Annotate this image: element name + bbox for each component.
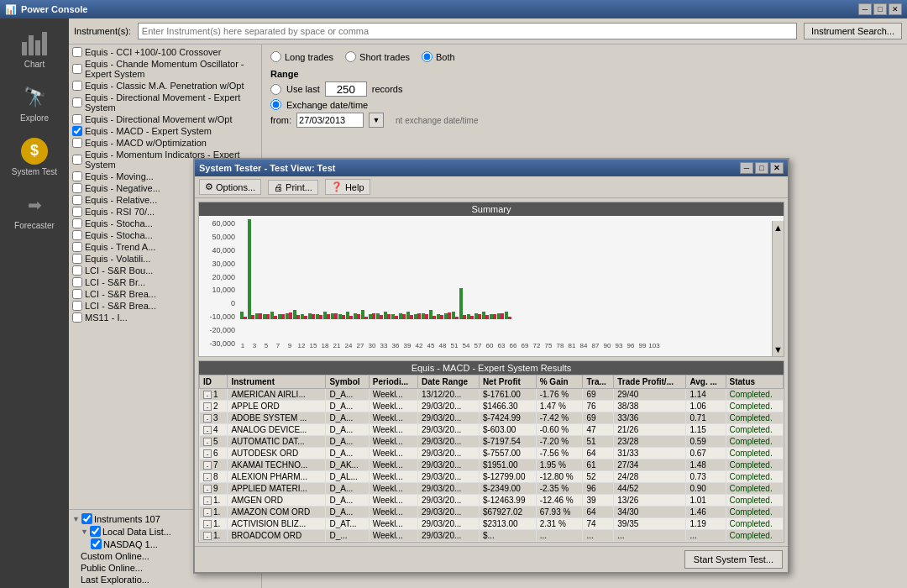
maximize-button[interactable]: □ (873, 3, 887, 15)
row-expand-icon[interactable]: - (203, 520, 212, 528)
row-expand-icon[interactable]: - (203, 438, 212, 446)
short-trades-radio[interactable] (345, 51, 356, 62)
tester-minimize-button[interactable]: ─ (740, 162, 753, 174)
long-trades-radio-group[interactable]: Long trades (270, 51, 333, 62)
system-checkbox[interactable] (72, 138, 82, 148)
x-axis-label: 78 (554, 342, 566, 349)
help-button[interactable]: ❓ Help (325, 179, 370, 195)
row-expand-icon[interactable]: - (203, 496, 212, 505)
table-row[interactable]: -8ALEXION PHARM...D_AL...Weekl...29/03/2… (200, 471, 784, 483)
bar-group (331, 313, 338, 319)
system-list-item[interactable]: Equis - CCI +100/-100 Crossover (69, 46, 261, 58)
tester-maximize-button[interactable]: □ (755, 162, 768, 174)
table-row[interactable]: -1.AMGEN ORDD_A...Weekl...29/03/20...$-1… (200, 495, 784, 507)
row-expand-icon[interactable]: - (203, 508, 212, 517)
bar-negative (334, 313, 338, 319)
sidebar-item-explore[interactable]: 🔭 Explore (5, 76, 64, 129)
system-checkbox[interactable] (72, 218, 82, 228)
system-checkbox[interactable] (72, 207, 82, 217)
system-checkbox[interactable] (72, 171, 82, 181)
sidebar-item-systemtest[interactable]: $ System Test (5, 130, 64, 182)
options-button[interactable]: ⚙ Options... (199, 179, 261, 195)
system-checkbox[interactable] (72, 265, 82, 276)
system-label: Equis - Directional Movement - Expert Sy… (85, 92, 258, 113)
chart-scrollbar[interactable]: ▲ ▼ (772, 221, 784, 356)
from-date-input[interactable] (296, 113, 364, 128)
system-list-item[interactable]: Equis - Chande Momentum Oscillator - Exp… (69, 58, 261, 80)
instrument-input[interactable] (138, 23, 797, 39)
system-checkbox[interactable] (72, 301, 82, 311)
table-cell: 29/03/20... (418, 401, 480, 412)
system-list-item[interactable]: Equis - Directional Movement - Expert Sy… (69, 92, 261, 113)
short-trades-radio-group[interactable]: Short trades (345, 51, 410, 62)
table-row[interactable]: -3ADOBE SYSTEM ...D_A...Weekl...29/03/20… (200, 412, 784, 424)
date-dropdown-button[interactable]: ▼ (369, 113, 384, 128)
row-expand-icon[interactable]: - (203, 461, 212, 470)
row-expand-icon[interactable]: - (203, 473, 212, 481)
tester-close-button[interactable]: ✕ (770, 162, 784, 174)
row-expand-icon[interactable]: - (203, 532, 212, 540)
row-expand-icon[interactable]: - (203, 426, 212, 434)
long-trades-radio[interactable] (270, 51, 281, 62)
system-checkbox[interactable] (72, 312, 82, 323)
system-list-item[interactable]: Equis - Classic M.A. Penetration w/Opt (69, 80, 261, 92)
system-list-item[interactable]: Equis - Directional Movement w/Opt (69, 113, 261, 125)
system-checkbox[interactable] (72, 289, 82, 299)
table-row[interactable]: -5AUTOMATIC DAT...D_A...Weekl...29/03/20… (200, 436, 784, 448)
exchange-date-radio[interactable] (270, 99, 281, 110)
table-cell: ... (686, 530, 726, 542)
table-row[interactable]: -7AKAMAI TECHNO...D_AK...Weekl...29/03/2… (200, 459, 784, 471)
exchange-date-row: Exchange date/time (270, 99, 899, 110)
records-input[interactable] (325, 81, 367, 97)
system-checkbox[interactable] (72, 183, 82, 193)
system-checkbox[interactable] (72, 155, 82, 165)
system-checkbox[interactable] (72, 254, 82, 264)
results-table-wrap[interactable]: IDInstrumentSymbolPeriodi...Date RangeNe… (199, 375, 784, 542)
system-checkbox[interactable] (72, 97, 82, 108)
table-row[interactable]: -9APPLIED MATERI...D_A...Weekl...29/03/2… (200, 483, 784, 495)
row-expand-icon[interactable]: - (203, 414, 212, 423)
table-row[interactable]: -1AMERICAN AIRLI...D_A...Weekl...13/12/2… (200, 389, 784, 401)
system-checkbox[interactable] (72, 47, 82, 57)
instrument-search-button[interactable]: Instrument Search... (804, 23, 902, 39)
tree-nasdaq-checkbox[interactable] (91, 538, 102, 549)
system-checkbox[interactable] (72, 81, 82, 91)
both-trades-radio-group[interactable]: Both (422, 51, 455, 62)
system-checkbox[interactable] (72, 126, 82, 136)
print-button[interactable]: 🖨 Print... (268, 180, 318, 195)
table-row[interactable]: -1.BROADCOM ORDD_...Weekl...29/03/20...$… (200, 530, 784, 542)
row-expand-icon[interactable]: - (203, 391, 212, 399)
from-label: from: (270, 115, 291, 125)
system-checkbox[interactable] (72, 242, 82, 252)
tree-lastexpl-node[interactable]: Last Exploratio... (77, 574, 261, 585)
x-axis-label: 45 (425, 342, 437, 349)
use-last-radio[interactable] (270, 84, 281, 95)
row-expand-icon[interactable]: - (203, 485, 212, 493)
bar-group (316, 314, 322, 319)
sidebar-item-forecaster[interactable]: ➡ Forecaster (5, 184, 64, 236)
system-list-item[interactable]: Equis - MACD - Expert System (69, 125, 261, 137)
table-row[interactable]: -2APPLE ORDD_A...Weekl...29/03/20...$146… (200, 401, 784, 412)
both-trades-radio[interactable] (422, 51, 433, 62)
system-list-item[interactable]: Equis - MACD w/Optimization (69, 137, 261, 149)
system-checkbox[interactable] (72, 114, 82, 124)
start-system-test-button[interactable]: Start System Test... (684, 550, 783, 569)
table-row[interactable]: -6AUTODESK ORDD_A...Weekl...29/03/20...$… (200, 448, 784, 459)
table-cell: 1.46 (686, 507, 726, 518)
row-expand-icon[interactable]: - (203, 449, 212, 458)
sidebar-forecaster-label: Forecaster (14, 221, 55, 230)
system-checkbox[interactable] (72, 230, 82, 240)
system-checkbox[interactable] (72, 64, 82, 74)
close-button[interactable]: ✕ (889, 3, 902, 15)
tree-root-checkbox[interactable] (81, 513, 92, 524)
table-row[interactable]: -1.AMAZON COM ORDD_A...Weekl...29/03/20.… (200, 507, 784, 518)
minimize-button[interactable]: ─ (858, 3, 872, 15)
sidebar-item-chart[interactable]: Chart (5, 23, 64, 75)
tree-localdata-checkbox[interactable] (90, 526, 101, 537)
system-checkbox[interactable] (72, 195, 82, 205)
table-row[interactable]: -1.ACTIVISION BLIZ...D_AT...Weekl...29/0… (200, 518, 784, 530)
table-row[interactable]: -4ANALOG DEVICE...D_A...Weekl...29/03/20… (200, 424, 784, 436)
table-cell: 31/33 (614, 448, 686, 459)
row-expand-icon[interactable]: - (203, 402, 212, 411)
system-checkbox[interactable] (72, 277, 82, 287)
